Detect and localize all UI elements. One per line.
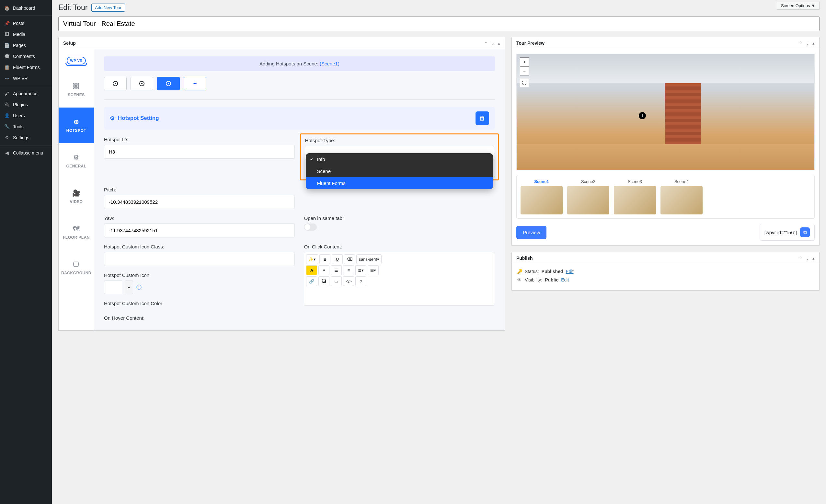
- wp-admin-sidebar: 🏠Dashboard 📌Posts 🖼Media 📄Pages 💬Comment…: [0, 0, 52, 504]
- sidebar-item-settings[interactable]: ⚙Settings: [0, 132, 52, 143]
- preview-button[interactable]: Preview: [516, 226, 546, 239]
- page-title: Edit Tour: [58, 3, 87, 12]
- hotspot-add-button[interactable]: +: [184, 77, 206, 90]
- gear-icon: ⚙: [110, 115, 115, 122]
- sidebar-item-comments[interactable]: 💬Comments: [0, 51, 52, 62]
- editor-code-button[interactable]: </>: [343, 276, 354, 286]
- scene-thumb-2[interactable]: Scene2: [567, 179, 609, 214]
- sidebar-item-wp-vr[interactable]: 👓WP VR: [0, 73, 52, 84]
- editor-underline-button[interactable]: U: [332, 254, 343, 264]
- screen-options-button[interactable]: Screen Options ▼: [777, 2, 820, 10]
- editor-ul-button[interactable]: ☰: [331, 265, 342, 275]
- zoom-in-button[interactable]: +: [520, 57, 529, 66]
- dropdown-option-scene[interactable]: Scene: [306, 165, 493, 177]
- sidebar-item-posts[interactable]: 📌Posts: [0, 18, 52, 29]
- panel-down-icon[interactable]: ⌄: [491, 41, 495, 46]
- target-icon: [113, 81, 118, 86]
- panel-up-icon[interactable]: ⌃: [484, 41, 488, 46]
- scene-thumb-4[interactable]: Scene4: [660, 179, 703, 214]
- editor-align-button[interactable]: ≣▾: [355, 265, 366, 275]
- editor-help-button[interactable]: ?: [355, 276, 366, 286]
- yaw-input[interactable]: [104, 224, 295, 238]
- setup-tab-video[interactable]: 🎥VIDEO: [59, 179, 94, 214]
- editor-ol-button[interactable]: ≡: [343, 265, 354, 275]
- setup-tab-hotspot[interactable]: ⊕HOTSPOT: [59, 108, 94, 143]
- setup-tab-background[interactable]: 🖵BACKGROUND: [59, 250, 94, 286]
- panel-down-icon[interactable]: ⌄: [806, 41, 809, 46]
- hotspot-marker[interactable]: i: [639, 112, 646, 119]
- add-new-tour-button[interactable]: Add New Tour: [91, 4, 125, 12]
- sidebar-item-pages[interactable]: 📄Pages: [0, 40, 52, 51]
- hotspot-id-input[interactable]: [104, 145, 295, 159]
- panel-toggle-icon[interactable]: ▴: [498, 41, 500, 46]
- appearance-icon: 🖌: [4, 91, 10, 97]
- edit-status-link[interactable]: Edit: [566, 269, 573, 274]
- editor-font-select[interactable]: sans-serif ▾: [356, 254, 381, 264]
- onhover-label: On Hover Content:: [104, 315, 295, 321]
- editor-color-drop[interactable]: ▾: [318, 265, 330, 275]
- copy-shortcode-button[interactable]: ⧉: [800, 228, 810, 237]
- sidebar-item-users[interactable]: 👤Users: [0, 110, 52, 121]
- scene-thumb-1[interactable]: Scene1: [521, 179, 563, 214]
- icon-picker-dropdown[interactable]: ▾: [125, 280, 133, 294]
- dropdown-option-fluent-forms[interactable]: Fluent Forms: [306, 177, 493, 189]
- setup-tab-general[interactable]: ⚙GENERAL: [59, 143, 94, 179]
- setup-panel: Setup ⌃ ⌄ ▴ WP VR 🖼SCENES ⊕HOTSPOT ⚙GENE: [58, 37, 505, 331]
- tour-title-input[interactable]: [58, 16, 820, 31]
- hotspot-icon: ⊕: [73, 118, 79, 126]
- custom-icon-color-label: Hotspot Custom Icon Color:: [104, 301, 295, 306]
- hotspot-select-1[interactable]: [104, 77, 127, 90]
- video-icon: 🎥: [72, 189, 81, 197]
- sidebar-item-fluent-forms[interactable]: 📋Fluent Forms: [0, 62, 52, 73]
- panel-toggle-icon[interactable]: ▴: [812, 256, 815, 261]
- custom-icon-class-label: Hotspot Custom Icon Class:: [104, 244, 295, 249]
- settings-icon: ⚙: [4, 135, 10, 140]
- panel-down-icon[interactable]: ⌄: [806, 256, 809, 261]
- hotspot-select-2[interactable]: [130, 77, 153, 90]
- sidebar-item-dashboard[interactable]: 🏠Dashboard: [0, 3, 52, 14]
- custom-icon-class-input[interactable]: [104, 252, 295, 266]
- target-icon: [139, 81, 144, 86]
- vr-icon: 👓: [4, 75, 10, 81]
- open-tab-toggle[interactable]: [304, 224, 317, 231]
- setup-tab-logo[interactable]: WP VR: [59, 49, 94, 72]
- scene-thumb-3[interactable]: Scene3: [614, 179, 656, 214]
- editor-video-button[interactable]: ▭: [331, 276, 342, 286]
- sidebar-item-appearance[interactable]: 🖌Appearance: [0, 88, 52, 99]
- zoom-out-button[interactable]: −: [520, 66, 529, 75]
- editor-erase-button[interactable]: ⌫: [344, 254, 355, 264]
- setup-tab-scenes[interactable]: 🖼SCENES: [59, 72, 94, 108]
- gear-icon: ⚙: [73, 153, 79, 161]
- status-value: Published: [542, 269, 563, 274]
- sidebar-item-media[interactable]: 🖼Media: [0, 29, 52, 40]
- editor-bold-button[interactable]: B: [319, 254, 331, 264]
- editor-color-button[interactable]: A: [306, 265, 317, 275]
- banner-scene-link[interactable]: (Scene1): [320, 61, 340, 66]
- hotspot-type-highlight: Hotspot-Type: Info Scene Fluent Forms: [300, 133, 499, 180]
- editor-image-button[interactable]: 🖼: [318, 276, 330, 286]
- trash-icon: 🗑: [479, 115, 485, 122]
- panorama-viewer[interactable]: i + − ⛶: [516, 54, 815, 170]
- fullscreen-button[interactable]: ⛶: [520, 78, 529, 87]
- delete-hotspot-button[interactable]: 🗑: [475, 112, 489, 125]
- sidebar-item-tools[interactable]: 🔧Tools: [0, 121, 52, 132]
- help-icon[interactable]: ⓘ: [136, 284, 141, 291]
- editor-magic-button[interactable]: ✨▾: [306, 254, 318, 264]
- panel-up-icon[interactable]: ⌃: [799, 41, 802, 46]
- editor-link-button[interactable]: 🔗: [306, 276, 317, 286]
- hotspot-type-select[interactable]: Info Scene Fluent Forms: [305, 146, 494, 160]
- setup-tab-floor-plan[interactable]: 🗺FLOOR PLAN: [59, 214, 94, 250]
- preview-panel-title: Tour Preview: [516, 41, 544, 46]
- hotspot-select-3[interactable]: [157, 77, 180, 90]
- panel-up-icon[interactable]: ⌃: [799, 256, 802, 261]
- sidebar-item-collapse[interactable]: ◀Collapse menu: [0, 147, 52, 159]
- copy-icon: ⧉: [803, 229, 807, 235]
- editor-table-button[interactable]: ⊞▾: [368, 265, 379, 275]
- edit-visibility-link[interactable]: Edit: [561, 277, 569, 282]
- panel-toggle-icon[interactable]: ▴: [812, 41, 815, 46]
- main-content: Screen Options ▼ Edit Tour Add New Tour …: [52, 0, 826, 504]
- dropdown-option-info[interactable]: Info: [306, 153, 493, 165]
- yaw-label: Yaw:: [104, 215, 295, 221]
- sidebar-item-plugins[interactable]: 🔌Plugins: [0, 99, 52, 110]
- pitch-input[interactable]: [104, 195, 295, 209]
